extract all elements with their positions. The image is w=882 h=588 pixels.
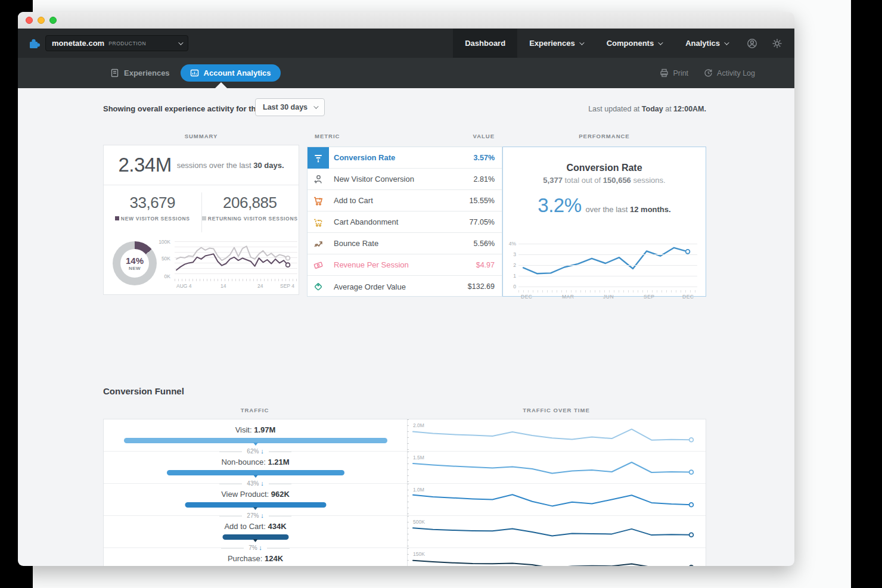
account-selector-dropdown[interactable]: monetate.com PRODUCTION [45, 35, 188, 51]
sessions-sparkline-chart [175, 241, 297, 278]
metric-row-conversion-rate[interactable]: Conversion Rate 3.57% [308, 147, 502, 169]
screenshot-stage: monetate.com PRODUCTION Dashboard Experi… [0, 0, 882, 588]
account-name: monetate.com [52, 39, 104, 48]
returning-visitor-stat: 206,885 RETURNING VISITOR SESSIONS [201, 185, 299, 239]
conversion-funnel-panel: Visit: 1.97M 62% ↓ 2.0M Non-bounce: 1.21… [103, 419, 706, 566]
metric-row-average-order-value[interactable]: Average Order Value $132.69 [308, 276, 502, 297]
total-sessions-caption: sessions over the last 30 days. [177, 161, 284, 170]
value-column-header: VALUE [435, 133, 495, 139]
funnel-step-value: 124K [265, 554, 283, 563]
perf-x-label: DEC [682, 294, 694, 300]
metric-label: Revenue Per Session [334, 260, 409, 269]
perf-x-label: MAR [562, 294, 574, 300]
spark-x-label: AUG 4 [176, 283, 192, 289]
order-value-icon [308, 276, 329, 297]
performance-metric-title: Conversion Rate [503, 163, 706, 173]
close-window-button[interactable] [26, 17, 33, 24]
activity-log-button[interactable]: Activity Log [704, 69, 755, 77]
returning-visitor-count: 206,885 [201, 194, 299, 212]
metric-value: 5.56% [474, 239, 495, 248]
traffic-header: TRAFFIC [103, 407, 406, 413]
metric-value: 3.57% [474, 154, 495, 162]
printer-icon [660, 69, 669, 77]
last-updated-text: Last updated at Today at 12:00AM. [588, 105, 706, 113]
chevron-down-icon [178, 40, 183, 45]
filter-description: Showing overall experience activity for … [103, 104, 260, 113]
nav-item-analytics[interactable]: Analytics [673, 29, 740, 58]
down-arrow-icon: ↓ [259, 544, 262, 551]
user-profile-icon[interactable] [740, 29, 765, 58]
donut-percentage: 14% [126, 256, 144, 266]
funnel-bar-view-product[interactable] [185, 502, 326, 508]
summary-card: 2.34M sessions over the last 30 days. 33… [103, 145, 299, 295]
clock-history-icon [704, 69, 713, 77]
metric-label: Bounce Rate [334, 239, 378, 248]
funnel-step-value: 962K [271, 490, 290, 499]
performance-panel: Conversion Rate 5,377 total out of 150,6… [502, 147, 706, 297]
print-button[interactable]: Print [660, 69, 688, 77]
metric-row-cart-abandonment[interactable]: Cart Abandonment 77.05% [308, 211, 502, 233]
nav-label: Analytics [685, 39, 720, 48]
bounce-rate-icon [308, 233, 329, 254]
drop-percentage: 62% [247, 448, 259, 455]
down-arrow-icon: ↓ [260, 512, 264, 519]
drop-percentage: 7% [249, 545, 257, 551]
new-visitor-donut-chart: 14% NEW [113, 241, 157, 285]
returning-series-swatch [202, 216, 206, 220]
metric-label: Average Order Value [334, 282, 406, 291]
settings-gear-icon[interactable] [765, 29, 790, 58]
metric-row-add-to-cart[interactable]: Add to Cart 15.55% [308, 190, 502, 211]
total-sessions-value: 2.34M [118, 154, 171, 176]
funnel-bar-add-to-cart[interactable] [222, 534, 288, 540]
activity-log-label: Activity Log [717, 69, 755, 77]
nav-item-dashboard[interactable]: Dashboard [453, 29, 517, 58]
tab-account-analytics[interactable]: Account Analytics [181, 64, 281, 82]
new-visitor-count: 33,679 [104, 194, 201, 212]
date-range-value: Last 30 days [263, 103, 308, 111]
funnel-bar-non-bounce[interactable] [167, 470, 344, 475]
metric-row-bounce-rate[interactable]: Bounce Rate 5.56% [308, 233, 502, 254]
perf-y-label: 2 [504, 262, 516, 268]
window-titlebar [18, 12, 794, 29]
funnel-step-label: View Product: [221, 490, 269, 499]
nav-item-components[interactable]: Components [595, 29, 673, 58]
funnel-band-non-bounce: Non-bounce: 1.21M 43% ↓ 1.5M [104, 452, 706, 484]
metric-row-new-visitor-conversion[interactable]: New Visitor Conversion 2.81% [308, 169, 502, 190]
tab-label: Account Analytics [204, 69, 271, 77]
performance-big-value-row: 3.2%over the last 12 months. [503, 194, 706, 217]
funnel-step-label: Visit: [235, 425, 252, 434]
spark-y-label: 0K [156, 273, 170, 279]
funnel-step-value: 434K [268, 522, 286, 531]
drop-percentage: 43% [247, 480, 259, 487]
print-label: Print [673, 69, 688, 77]
metric-column-header: METRIC [315, 133, 340, 139]
minimize-window-button[interactable] [38, 17, 45, 24]
revenue-icon [308, 254, 329, 276]
funnel-band-view-product: View Product: 962K 27% ↓ 1.0M [104, 484, 706, 516]
metric-value: $4.97 [476, 261, 495, 269]
chevron-down-icon [658, 40, 663, 45]
metric-row-revenue-per-session[interactable]: Revenue Per Session $4.97 [308, 254, 502, 276]
nav-item-experiences[interactable]: Experiences [517, 29, 595, 58]
perf-y-label: 1 [504, 273, 516, 279]
date-range-dropdown[interactable]: Last 30 days [255, 98, 325, 116]
nav-label: Experiences [529, 39, 575, 48]
perf-x-label: DEC [521, 294, 532, 300]
app-window: monetate.com PRODUCTION Dashboard Experi… [18, 12, 794, 566]
spark-x-axis [175, 279, 297, 281]
metric-list: Conversion Rate 3.57% New Visitor Conver… [307, 147, 502, 297]
nav-label: Dashboard [465, 39, 505, 48]
funnel-bar-visit[interactable] [124, 438, 387, 443]
performance-subtitle: 5,377 total out of 150,656 sessions. [503, 176, 706, 185]
perf-y-label: 3 [504, 251, 516, 257]
drop-percentage: 27% [247, 512, 259, 519]
new-visitor-stat: 33,679 NEW VISITOR SESSIONS [104, 185, 201, 239]
funnel-step-value: 1.21M [268, 458, 289, 466]
nav-label: Components [607, 39, 654, 48]
document-icon [110, 69, 119, 77]
down-arrow-icon: ↓ [260, 480, 264, 487]
perf-y-label: 0 [504, 284, 516, 290]
zoom-window-button[interactable] [49, 17, 57, 24]
tab-experiences[interactable]: Experiences [110, 69, 170, 77]
chevron-down-icon [724, 40, 729, 45]
